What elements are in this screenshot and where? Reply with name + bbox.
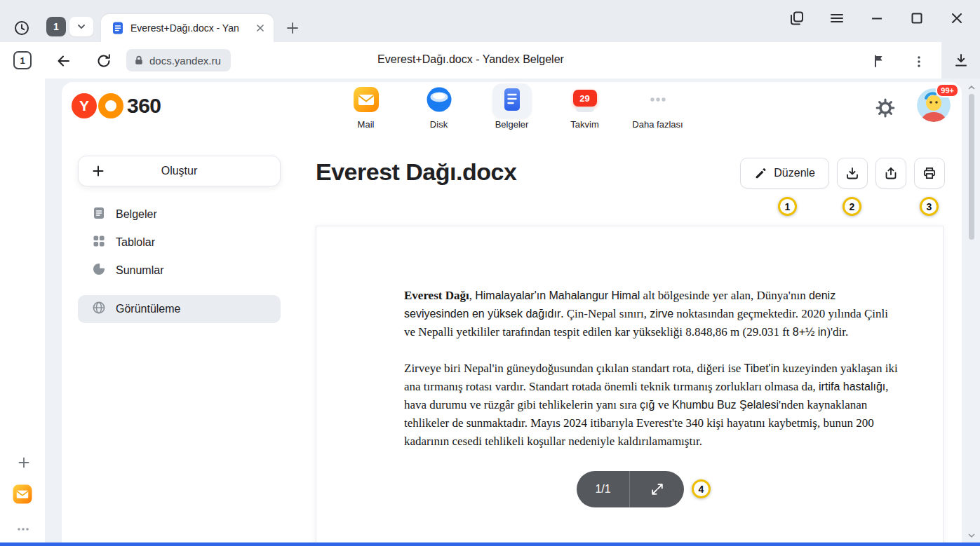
url-chip[interactable]: docs.yandex.ru [126, 49, 231, 71]
annotation-badge-4: 4 [692, 479, 711, 498]
globe-icon [92, 301, 106, 318]
nav-label: Disk [430, 119, 448, 130]
annotation-badge-1: 1 [778, 197, 797, 216]
nav-item-belgeler[interactable]: Belgeler [476, 83, 549, 130]
address-bar-right [941, 42, 980, 79]
chevron-down-icon[interactable] [69, 17, 93, 36]
nav-label: Daha fazlası [632, 119, 683, 130]
scrollbar-thumb[interactable] [969, 94, 974, 240]
document-icon [92, 206, 106, 223]
notification-badge: 99+ [936, 83, 959, 97]
scroll-down-icon[interactable] [967, 531, 976, 540]
nav-item-takvim[interactable]: 29 Takvim [549, 83, 622, 130]
yandex360-logo[interactable]: Y 360 [72, 93, 161, 119]
browser-menu-button[interactable] [828, 9, 846, 27]
new-tab-button[interactable] [282, 18, 303, 39]
yandex-mail-icon[interactable] [12, 484, 33, 505]
minimize-button[interactable] [868, 9, 886, 27]
sidebar-item-label: Sunumlar [116, 264, 163, 277]
more-dots-icon [644, 86, 672, 116]
create-label: Oluştur [161, 165, 198, 177]
logo-360-text: 360 [127, 94, 161, 118]
fullscreen-expand-icon[interactable] [630, 471, 684, 507]
nav-item-daha-fazlasi[interactable]: Daha fazlası [622, 83, 694, 130]
documents-icon [498, 86, 526, 116]
sidebar-list: Belgeler Tablolar Sunumlar Görüntüleme [78, 200, 281, 323]
sidebar-item-label: Belgeler [116, 208, 157, 221]
app-panel: Y 360 Mail Disk Belgeler 29 Takvim Daha … [62, 82, 962, 546]
reload-button[interactable] [95, 52, 113, 70]
tab-close-icon[interactable] [253, 20, 268, 36]
document-favicon-icon [111, 21, 125, 35]
browser-left-strip [0, 79, 45, 542]
taskbar-edge [0, 542, 980, 546]
disk-icon [425, 86, 453, 116]
mail-icon [352, 86, 380, 116]
document-paragraph: Everest Dağı, Himalayalar'ın Mahalangur … [404, 287, 899, 341]
edit-button[interactable]: Düzenle [740, 158, 829, 189]
window-controls [788, 9, 966, 27]
nav-item-disk[interactable]: Disk [403, 83, 476, 130]
sidebar-item-sunumlar[interactable]: Sunumlar [78, 257, 281, 285]
strip-add-button[interactable] [15, 453, 33, 472]
address-bar: 1 docs.yandex.ru Everest+Dağı.docx - Yan… [0, 42, 941, 79]
page-indicator: 1/1 [577, 471, 684, 507]
annotation-badge-2: 2 [843, 197, 861, 216]
create-button[interactable]: Oluştur [78, 156, 281, 186]
scroll-up-icon[interactable] [967, 83, 976, 92]
services-nav: Mail Disk Belgeler 29 Takvim Daha fazlas… [330, 83, 694, 130]
print-button[interactable] [914, 158, 945, 189]
presentation-icon [92, 262, 106, 279]
sidebar-item-label: Görüntüleme [116, 303, 181, 315]
logo-y-circle: Y [72, 93, 97, 118]
download-button[interactable] [837, 158, 868, 189]
settings-gear-icon[interactable] [875, 97, 896, 118]
sidebar-item-goruntuleme[interactable]: Görüntüleme [78, 295, 281, 323]
sidebar-item-belgeler[interactable]: Belgeler [78, 200, 281, 228]
edit-label: Düzenle [774, 167, 815, 179]
logo-o-ring [98, 93, 123, 118]
tab-counter-badge[interactable]: 1 [13, 51, 32, 69]
pencil-icon [754, 167, 767, 180]
address-more-icon[interactable] [910, 53, 928, 71]
plus-icon [91, 164, 105, 178]
share-button[interactable] [875, 158, 906, 189]
close-button[interactable] [948, 9, 966, 27]
tab-everest-dagi[interactable]: Everest+Dağı.docx - Yan [101, 14, 274, 42]
browser-window: 1 Everest+Dağı.docx - Yan 1 docs.yandex.… [0, 0, 980, 546]
table-icon [92, 234, 106, 251]
nav-label: Mail [358, 119, 375, 130]
back-button[interactable] [55, 52, 73, 70]
yandex360-header: Y 360 Mail Disk Belgeler 29 Takvim Daha … [62, 82, 962, 138]
page-count: 1/1 [577, 483, 629, 496]
history-icon[interactable] [13, 19, 31, 37]
annotation-badge-3: 3 [920, 197, 939, 216]
url-text: docs.yandex.ru [149, 55, 221, 67]
lock-icon [133, 55, 145, 66]
document-view: Everest Dağı.docx Düzenle 1 2 3 Everest … [300, 138, 962, 546]
avatar[interactable]: 99+ [917, 88, 951, 122]
tab-group-badge[interactable]: 1 [46, 17, 66, 36]
side-panel-button[interactable] [788, 9, 806, 27]
nav-label: Belgeler [495, 119, 529, 130]
tab-title: Everest+Dağı.docx - Yan [130, 22, 247, 34]
sidebar-item-tablolar[interactable]: Tablolar [78, 228, 281, 257]
page-title: Everest Dağı.docx [316, 158, 516, 186]
nav-item-mail[interactable]: Mail [330, 83, 403, 130]
maximize-button[interactable] [908, 9, 926, 27]
docs-sidebar: Oluştur Belgeler Tablolar Sunumlar Görün… [62, 138, 300, 546]
document-text: Everest Dağı, Himalayalar'ın Mahalangur … [316, 226, 943, 497]
nav-label: Takvim [570, 119, 598, 130]
downloads-button[interactable] [952, 51, 970, 69]
document-paragraph: Zirveye biri Nepal'in güneydoğusundan çı… [404, 360, 899, 451]
sidebar-item-label: Tablolar [116, 236, 155, 249]
calendar-icon: 29 [573, 90, 597, 112]
tab-strip: 1 Everest+Dağı.docx - Yan [0, 0, 980, 42]
bookmark-flag-icon[interactable] [870, 52, 888, 70]
strip-more-icon[interactable] [14, 520, 32, 538]
document-actions: Düzenle [740, 158, 945, 189]
scrollbar[interactable] [966, 82, 977, 542]
